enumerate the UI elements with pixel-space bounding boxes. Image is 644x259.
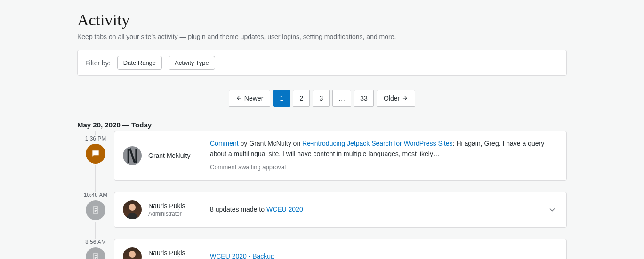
older-label: Older bbox=[384, 94, 400, 102]
actor-role: Administrator bbox=[148, 211, 185, 217]
activity-meta: Comment awaiting approval bbox=[210, 163, 558, 172]
activity-item: 8:56 AM Nauris Pūķis Administrator bbox=[77, 239, 567, 259]
chevron-down-icon[interactable] bbox=[547, 205, 558, 214]
older-button[interactable]: Older bbox=[377, 90, 415, 107]
body-text: by Grant McNulty on bbox=[239, 140, 302, 147]
activity-item: 1:36 PM Grant McNulty Comment bbox=[77, 131, 567, 192]
arrow-right-icon bbox=[402, 95, 408, 102]
post-link[interactable]: Re-introducing Jetpack Search for WordPr… bbox=[302, 140, 453, 147]
comment-icon bbox=[86, 144, 105, 164]
timeline-gutter: 1:36 PM bbox=[77, 131, 114, 192]
activity-card[interactable]: Grant McNulty Comment by Grant McNulty o… bbox=[114, 131, 567, 181]
page-title: Activity bbox=[77, 11, 567, 29]
actor-name: Grant McNulty bbox=[148, 152, 190, 159]
svg-point-3 bbox=[129, 251, 136, 258]
avatar bbox=[123, 146, 142, 165]
target-link[interactable]: WCEU 2020 - Backup bbox=[210, 252, 274, 259]
pagination: Newer 1 2 3 … 33 Older bbox=[77, 90, 567, 107]
activity-body: 8 updates made to WCEU 2020 bbox=[210, 204, 537, 215]
arrow-left-icon bbox=[236, 95, 242, 102]
activity-card[interactable]: Nauris Pūķis Administrator WCEU 2020 - B… bbox=[114, 239, 567, 259]
page-1-button[interactable]: 1 bbox=[273, 90, 290, 107]
timeline-gutter: 8:56 AM bbox=[77, 239, 114, 259]
activity-card[interactable]: Nauris Pūķis Administrator 8 updates mad… bbox=[114, 192, 567, 228]
actor-name: Nauris Pūķis bbox=[148, 202, 185, 210]
svg-point-1 bbox=[129, 204, 136, 211]
page-icon bbox=[86, 247, 105, 259]
activity-time: 8:56 AM bbox=[85, 239, 106, 245]
avatar bbox=[123, 247, 142, 259]
page-ellipsis-button: … bbox=[332, 90, 351, 107]
filter-label: Filter by: bbox=[85, 59, 111, 67]
page-2-button[interactable]: 2 bbox=[293, 90, 310, 107]
timeline-gutter: 10:48 AM bbox=[77, 192, 114, 239]
newer-label: Newer bbox=[244, 94, 263, 102]
page-icon bbox=[86, 200, 105, 220]
activity-time: 1:36 PM bbox=[85, 135, 106, 142]
activity-body: WCEU 2020 - Backup bbox=[210, 251, 558, 259]
page-subtitle: Keep tabs on all your site's activity — … bbox=[77, 33, 567, 40]
page-33-button[interactable]: 33 bbox=[354, 90, 374, 107]
activity-body: Comment by Grant McNulty on Re-introduci… bbox=[210, 139, 558, 173]
activity-item: 10:48 AM Nauris Pūķis Administrator bbox=[77, 192, 567, 239]
actor-role: Administrator bbox=[148, 258, 185, 259]
page-3-button[interactable]: 3 bbox=[313, 90, 330, 107]
target-link[interactable]: WCEU 2020 bbox=[266, 205, 303, 213]
comment-link[interactable]: Comment bbox=[210, 140, 239, 147]
filter-bar: Filter by: Date Range Activity Type bbox=[77, 50, 567, 76]
activity-list: 1:36 PM Grant McNulty Comment bbox=[77, 131, 567, 259]
body-prefix: 8 updates made to bbox=[210, 205, 266, 213]
activity-time: 10:48 AM bbox=[84, 192, 108, 198]
date-range-button[interactable]: Date Range bbox=[117, 56, 162, 70]
avatar bbox=[123, 200, 142, 219]
newer-button[interactable]: Newer bbox=[229, 90, 270, 107]
actor-name: Nauris Pūķis bbox=[148, 249, 185, 257]
date-header: May 20, 2020 — Today bbox=[77, 121, 567, 129]
activity-type-button[interactable]: Activity Type bbox=[169, 56, 215, 70]
